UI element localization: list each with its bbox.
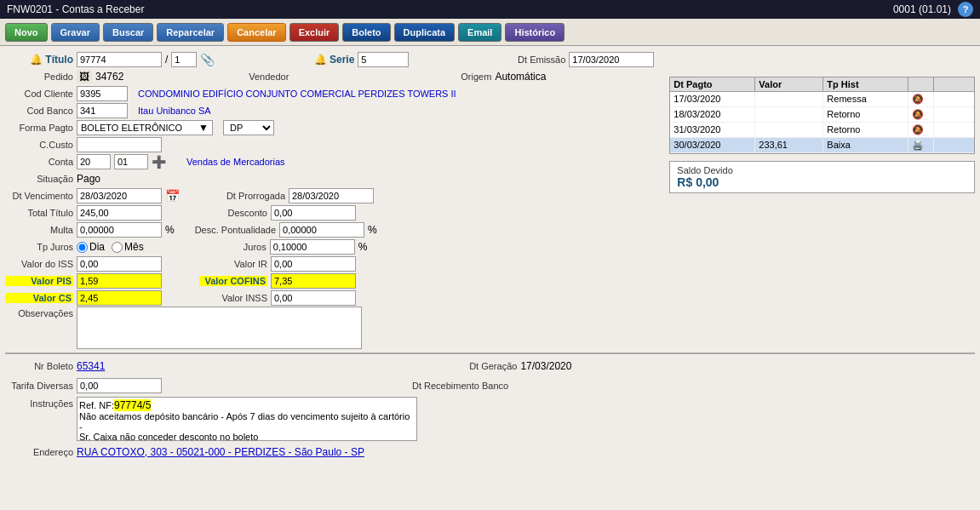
dt-geracao-label: Dt Geração [449, 361, 517, 371]
duplicata-button[interactable]: Duplicata [394, 23, 456, 42]
c-custo-input[interactable] [77, 137, 162, 152]
table-row[interactable]: 18/03/2020 Retorno 🔕 [670, 107, 974, 123]
desconto-input[interactable] [271, 205, 356, 221]
total-titulo-input[interactable] [77, 205, 162, 221]
left-form: 🔔 Título / 📎 🔔 Serie Dt Emissão Pedido 🖼… [5, 51, 654, 349]
titulo-input[interactable] [77, 52, 162, 67]
reparcelar-button[interactable]: Reparcelar [157, 23, 224, 42]
saldo-box: Saldo Devido R$ 0,00 [669, 161, 975, 193]
valor-pis-label: Valor PIS [5, 276, 73, 286]
cell-action-0[interactable]: 🔕 [908, 92, 934, 106]
origem-value: Automática [495, 71, 546, 83]
forma-pagto-value: BOLETO ELETRÔNICO [81, 123, 182, 133]
conta2-input[interactable] [114, 154, 148, 169]
tp-juros-row: Tp Juros Dia Mês Juros % [5, 238, 654, 255]
desconto-label: Desconto [199, 208, 267, 218]
dt-vencimento-input[interactable] [77, 188, 162, 203]
dt-emissao-label: Dt Emissão [497, 54, 565, 65]
observacoes-input[interactable] [77, 307, 362, 349]
title-bar: FNW0201 - Contas a Receber 0001 (01.01) … [0, 0, 980, 19]
cell-action-1[interactable]: 🔕 [908, 107, 934, 122]
dt-prorrogada-input[interactable] [289, 188, 374, 203]
cod-banco-input[interactable] [77, 103, 128, 118]
conta-row: Conta ➕ Vendas de Mercadorias [5, 153, 654, 170]
nr-boleto-label: Nr Boleto [5, 361, 73, 371]
table-header: Dt Pagto Valor Tp Hist [670, 77, 974, 92]
cod-cliente-label: Cod Cliente [5, 89, 73, 99]
nr-boleto-value[interactable]: 65341 [77, 360, 105, 372]
table-row[interactable]: 17/03/2020 Remessa 🔕 [670, 92, 974, 107]
excluir-button[interactable]: Excluir [289, 23, 340, 42]
desc-pontualidade-label: Desc. Pontualidade [195, 225, 276, 235]
valor-cofins-input[interactable] [271, 273, 356, 289]
desc-pontualidade-input[interactable] [279, 222, 364, 238]
instrucoes-label: Instruções [5, 398, 73, 409]
endereco-value[interactable]: RUA COTOXO, 303 - 05021-000 - PERDIZES -… [77, 446, 364, 458]
cancelar-button[interactable]: Cancelar [227, 23, 285, 42]
c-custo-row: C.Custo [5, 136, 654, 153]
historico-button[interactable]: Histórico [505, 23, 565, 42]
dt-vencimento-row: Dt Vencimento 📅 Dt Prorrogada [5, 187, 654, 204]
buscar-button[interactable]: Buscar [103, 23, 153, 42]
boleto-button[interactable]: Boleto [342, 23, 390, 42]
valor-pis-input[interactable] [77, 273, 162, 289]
novo-button[interactable]: Novo [5, 23, 48, 42]
dt-prorrogada-label: Dt Prorrogada [217, 191, 285, 201]
right-panel: Dt Pagto Valor Tp Hist 17/03/2020 Remess… [661, 51, 975, 349]
juros-input[interactable] [270, 239, 355, 255]
titulo-seq-input[interactable] [171, 52, 197, 67]
cell-action-2[interactable]: 🔕 [908, 123, 934, 137]
dp-select[interactable]: DP [223, 120, 274, 135]
origem-label: Origem [423, 72, 491, 82]
form-layout: 🔔 Título / 📎 🔔 Serie Dt Emissão Pedido 🖼… [5, 51, 975, 349]
cod-cliente-input[interactable] [77, 86, 128, 101]
valor-ir-input[interactable] [271, 256, 356, 272]
radio-mes-input[interactable] [112, 242, 123, 253]
instance-label: 0001 (01.01) [893, 3, 951, 15]
valor-iss-label: Valor do ISS [5, 259, 73, 269]
saldo-value: R$ 0,00 [677, 175, 967, 189]
cell-print[interactable]: 🖨️ [908, 138, 934, 152]
cell-valor-3: 233,61 [755, 138, 823, 152]
valor-cs-row: Valor CS Valor INSS [5, 289, 654, 307]
observacoes-row: Observações [5, 307, 654, 349]
tarifa-input[interactable] [77, 378, 162, 393]
col-valor: Valor [755, 77, 823, 91]
radio-mes[interactable]: Mês [112, 241, 144, 253]
cell-valor-1 [755, 107, 823, 122]
multa-input[interactable] [77, 222, 162, 238]
col-tp-hist: Tp Hist [823, 77, 908, 91]
endereco-label: Endereço [5, 447, 73, 457]
valor-cs-input[interactable] [77, 290, 162, 306]
serie-label: 🔔 Serie [286, 54, 354, 66]
title-bar-right: 0001 (01.01) ? [893, 2, 973, 17]
bottom-section: Nr Boleto 65341 Dt Geração 17/03/2020 Ta… [5, 352, 975, 461]
gravar-button[interactable]: Gravar [51, 23, 100, 42]
saldo-label: Saldo Devido [677, 165, 967, 175]
email-button[interactable]: Email [458, 23, 501, 42]
dp-value: DP [223, 120, 274, 135]
dt-geracao-value: 17/03/2020 [520, 360, 571, 372]
col-dt-pagto: Dt Pagto [670, 77, 755, 91]
serie-input[interactable] [358, 52, 409, 67]
c-custo-label: C.Custo [5, 140, 73, 150]
radio-dia-input[interactable] [77, 242, 88, 253]
cell-dt-pagto-1: 18/03/2020 [670, 107, 755, 122]
banco-nome: Itau Unibanco SA [138, 106, 211, 116]
add-icon[interactable]: ➕ [152, 155, 166, 169]
observacoes-label: Observações [5, 308, 73, 318]
radio-dia[interactable]: Dia [77, 241, 105, 253]
valor-inss-input[interactable] [271, 290, 356, 306]
conta-input[interactable] [77, 154, 111, 169]
cell-dt-pagto-2: 31/03/2020 [670, 123, 755, 137]
calendar-icon[interactable]: 📅 [165, 189, 180, 203]
table-row[interactable]: 31/03/2020 Retorno 🔕 [670, 123, 974, 138]
forma-pagto-dropdown-icon[interactable]: ▼ [198, 122, 209, 134]
help-button[interactable]: ? [958, 2, 973, 17]
vendedor-label: Vendedor [221, 72, 289, 82]
multa-percent: % [165, 224, 175, 236]
valor-iss-input[interactable] [77, 256, 162, 272]
table-row-selected[interactable]: 30/03/2020 233,61 Baixa 🖨️ [670, 138, 974, 153]
dt-emissao-input[interactable] [569, 52, 654, 67]
cell-tp-hist-0: Remessa [823, 92, 908, 106]
